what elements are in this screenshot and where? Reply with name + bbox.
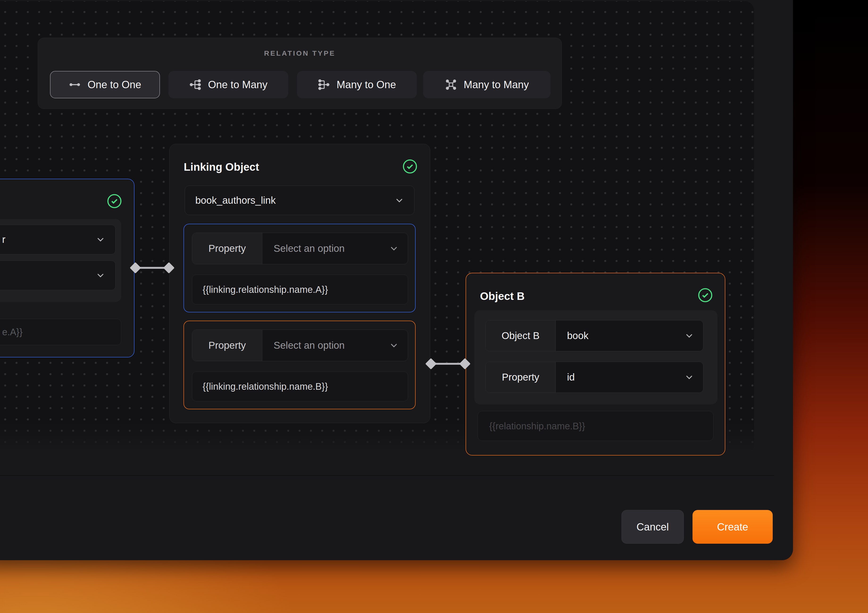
object-b-template-placeholder: {{relationship.name.B}} — [489, 421, 585, 431]
chevron-down-icon — [95, 270, 106, 281]
object-b-property-value: id — [567, 372, 575, 383]
object-b-property-label: Property — [486, 362, 556, 393]
chevron-down-icon — [394, 195, 405, 206]
many-to-many-icon — [445, 79, 457, 91]
relation-many-to-many-button[interactable]: Many to Many — [423, 71, 550, 98]
object-a-template-input[interactable]: e.A}} — [0, 319, 121, 345]
create-relation-screen: RELATION TYPE One to One One to Many — [0, 0, 868, 613]
object-a-object-select[interactable]: r — [0, 225, 116, 254]
relation-option-label: Many to Many — [464, 79, 529, 91]
object-b-selects-group: Object B book Property id — [474, 310, 718, 404]
many-to-one-icon — [318, 79, 330, 91]
relation-option-label: One to Many — [208, 79, 268, 91]
object-b-title: Object B — [480, 290, 525, 302]
property-b-template-text: {{linking.relationship.name.B}} — [203, 381, 328, 392]
chevron-down-icon — [684, 372, 694, 383]
object-a-select-value: r — [2, 234, 5, 245]
property-a-template-input[interactable]: {{linking.relationship.name.A}} — [192, 275, 408, 304]
relation-type-label: RELATION TYPE — [38, 49, 562, 57]
object-b-card: Object B Object B book Property id — [466, 273, 725, 455]
property-b-template-input[interactable]: {{linking.relationship.name.B}} — [192, 372, 408, 401]
property-b-select[interactable]: Property Select an option — [192, 330, 408, 361]
property-a-group: Property Select an option {{linking.rela… — [183, 224, 415, 313]
footer-divider — [0, 475, 774, 476]
relation-option-label: Many to One — [336, 79, 396, 91]
object-a-selects-group: r — [0, 219, 121, 302]
linking-object-card: Linking Object book_authors_link Propert… — [169, 144, 430, 423]
object-b-object-value: book — [567, 330, 589, 341]
property-b-group: Property Select an option {{linking.rela… — [183, 320, 415, 409]
check-circle-icon — [698, 287, 713, 303]
relation-option-label: One to One — [87, 79, 141, 91]
property-a-template-text: {{linking.relationship.name.A}} — [203, 284, 328, 295]
relation-one-to-many-button[interactable]: One to Many — [168, 71, 288, 98]
property-a-label: Property — [192, 233, 262, 264]
check-circle-icon — [107, 193, 122, 209]
chevron-down-icon — [95, 234, 106, 245]
linking-object-title: Linking Object — [184, 161, 259, 173]
property-b-value: Select an option — [274, 340, 345, 351]
object-b-object-label: Object B — [486, 320, 556, 351]
property-a-select[interactable]: Property Select an option — [192, 233, 408, 264]
object-a-template-text: e.A}} — [2, 327, 23, 337]
property-b-label: Property — [192, 330, 262, 361]
check-circle-icon — [402, 159, 418, 174]
relation-many-to-one-button[interactable]: Many to One — [297, 71, 417, 98]
object-b-template-input[interactable]: {{relationship.name.B}} — [477, 411, 713, 441]
chevron-down-icon — [684, 330, 694, 341]
linking-object-select-value: book_authors_link — [195, 195, 276, 206]
create-button[interactable]: Create — [693, 510, 773, 544]
chevron-down-icon — [389, 243, 399, 254]
relation-one-to-one-button[interactable]: One to One — [50, 71, 160, 98]
object-b-property-select[interactable]: Property id — [485, 362, 704, 393]
object-b-object-select[interactable]: Object B book — [485, 320, 704, 351]
one-to-many-icon — [189, 79, 202, 91]
chevron-down-icon — [389, 340, 399, 351]
linking-object-select[interactable]: book_authors_link — [185, 186, 414, 215]
one-to-one-icon — [69, 79, 81, 91]
cancel-button[interactable]: Cancel — [622, 510, 684, 544]
object-a-property-select[interactable] — [0, 260, 116, 290]
relation-type-panel: RELATION TYPE One to One One to Many — [38, 38, 562, 109]
property-a-value: Select an option — [274, 243, 345, 254]
object-a-card: r e.A}} — [0, 179, 135, 358]
